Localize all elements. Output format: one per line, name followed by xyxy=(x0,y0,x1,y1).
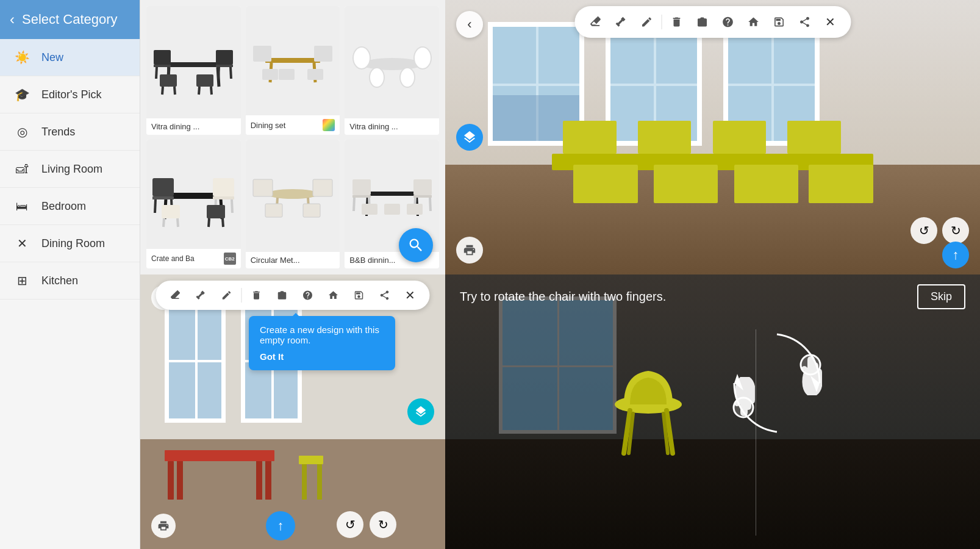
svg-line-13 xyxy=(174,87,175,95)
pencil-tool-btn-bl[interactable] xyxy=(216,284,238,306)
sidebar-item-editors-pick[interactable]: 🎓 Editor's Pick xyxy=(0,76,140,113)
layers-button-top[interactable] xyxy=(456,124,483,151)
save-btn-bl[interactable] xyxy=(348,284,370,306)
svg-rect-43 xyxy=(162,205,180,218)
got-it-button[interactable]: Got It xyxy=(260,351,384,362)
sidebar-item-dining-room[interactable]: ✕ Dining Room xyxy=(0,225,140,262)
search-fab-button[interactable] xyxy=(399,228,433,262)
svg-rect-46 xyxy=(207,205,225,218)
home-btn-bl[interactable] xyxy=(323,284,345,306)
share-btn[interactable] xyxy=(793,11,815,33)
sidebar-label-bedroom: Bedroom xyxy=(41,200,86,213)
sidebar-item-bedroom[interactable]: 🛏 Bedroom xyxy=(0,188,140,225)
toolbar-divider-1 xyxy=(661,15,662,29)
svg-rect-3 xyxy=(154,50,171,65)
product-image-circular xyxy=(246,140,340,252)
pencil-tool-btn[interactable] xyxy=(635,11,657,33)
svg-rect-39 xyxy=(213,178,234,196)
yellow-stool-top xyxy=(299,456,323,464)
svg-point-49 xyxy=(267,189,318,199)
product-label-vitra-2: Vitra dining ... xyxy=(345,118,439,135)
save-btn[interactable] xyxy=(768,11,790,33)
svg-line-12 xyxy=(162,87,163,95)
color-badge-multicolor xyxy=(323,119,335,131)
svg-line-5 xyxy=(156,67,157,79)
red-leg-1 xyxy=(168,461,174,500)
hammer-tool-btn[interactable] xyxy=(610,11,632,33)
svg-rect-20 xyxy=(253,46,271,62)
product-card-vitra-1[interactable]: Vitra dining ... xyxy=(146,6,241,135)
share-btn-bl[interactable] xyxy=(374,284,396,306)
red-leg-3 xyxy=(256,461,262,500)
tooltip-bubble: Create a new design with this empty room… xyxy=(249,316,395,370)
rotate-left-btn-top[interactable]: ↺ xyxy=(910,217,937,244)
svg-point-29 xyxy=(414,47,431,69)
help-btn[interactable] xyxy=(717,11,739,33)
product-image-vitra-2 xyxy=(345,6,439,118)
sidebar-item-new[interactable]: ☀️ New xyxy=(0,39,140,76)
sidebar-label-kitchen: Kitchen xyxy=(41,274,78,287)
sidebar-item-living-room[interactable]: 🛋 Living Room xyxy=(0,151,140,188)
bottom-action-buttons: ↺ ↻ xyxy=(337,511,396,538)
home-btn[interactable] xyxy=(742,11,764,33)
product-card-dining-set[interactable]: Dining set xyxy=(246,6,340,135)
sidebar: ‹ Select Category ☀️ New 🎓 Editor's Pick… xyxy=(0,0,140,549)
print-button-top[interactable] xyxy=(456,237,483,264)
svg-line-37 xyxy=(155,199,156,213)
back-button-top[interactable]: ‹ xyxy=(456,11,483,38)
product-card-vitra-2[interactable]: Vitra dining ... xyxy=(345,6,439,135)
product-card-crate[interactable]: Crate and Ba CB2 xyxy=(146,140,241,268)
svg-point-30 xyxy=(370,68,384,87)
rotate-left-btn-bl[interactable]: ↺ xyxy=(337,511,363,538)
svg-rect-54 xyxy=(265,204,282,217)
brand-badge: CB2 xyxy=(224,253,236,265)
top-room-toolbar: ✕ xyxy=(574,6,851,38)
rotate-right-btn-top[interactable]: ↻ xyxy=(942,217,969,244)
sidebar-item-trends[interactable]: ◎ Trends xyxy=(0,113,140,151)
product-label-dining-set: Dining set xyxy=(246,115,340,135)
help-btn-bl[interactable] xyxy=(297,284,319,306)
svg-rect-40 xyxy=(213,196,234,199)
svg-line-15 xyxy=(199,87,199,95)
product-card-circular[interactable]: Circular Met... xyxy=(246,140,340,268)
trash-tool-btn[interactable] xyxy=(665,11,687,33)
new-icon: ☀️ xyxy=(12,48,32,67)
svg-rect-67 xyxy=(362,204,377,215)
trash-tool-btn-bl[interactable] xyxy=(246,284,268,306)
product-image-crate xyxy=(146,140,241,249)
rotate-right-btn-bl[interactable]: ↻ xyxy=(370,511,396,538)
hammer-tool-btn-bl[interactable] xyxy=(190,284,212,306)
eraser-tool-btn-bl[interactable] xyxy=(165,284,187,306)
product-image-vitra-1 xyxy=(146,6,241,118)
camera-tool-btn[interactable] xyxy=(691,11,713,33)
toolbar-divider-bl xyxy=(241,288,242,303)
eraser-tool-btn[interactable] xyxy=(584,11,606,33)
layers-button-bl[interactable] xyxy=(407,398,434,425)
svg-line-48 xyxy=(223,218,223,227)
svg-rect-64 xyxy=(413,195,432,198)
print-button-bl[interactable] xyxy=(151,514,176,538)
close-btn-bl[interactable]: ✕ xyxy=(399,284,421,306)
red-leg-2 xyxy=(177,461,183,500)
svg-line-42 xyxy=(232,199,232,213)
yellow-chair-fl xyxy=(573,165,637,203)
close-btn-top[interactable]: ✕ xyxy=(819,11,841,33)
svg-rect-63 xyxy=(413,179,432,195)
yellow-stool-leg1 xyxy=(302,464,307,500)
svg-rect-68 xyxy=(407,204,423,215)
svg-rect-59 xyxy=(352,179,371,195)
svg-rect-21 xyxy=(314,46,332,62)
svg-rect-36 xyxy=(152,196,174,199)
svg-rect-4 xyxy=(154,65,171,67)
svg-line-47 xyxy=(209,218,209,227)
svg-rect-23 xyxy=(307,69,323,80)
bed-icon: 🛏 xyxy=(12,196,32,216)
sidebar-back-button[interactable]: ‹ xyxy=(10,11,15,28)
svg-line-66 xyxy=(430,198,431,211)
camera-tool-btn-bl[interactable] xyxy=(271,284,293,306)
upload-btn-top[interactable]: ↑ xyxy=(942,242,969,268)
upload-fab-bl[interactable]: ↑ xyxy=(266,511,295,540)
skip-button[interactable]: Skip xyxy=(917,284,965,309)
sidebar-item-kitchen[interactable]: ⊞ Kitchen xyxy=(0,262,140,300)
svg-rect-55 xyxy=(303,204,320,217)
